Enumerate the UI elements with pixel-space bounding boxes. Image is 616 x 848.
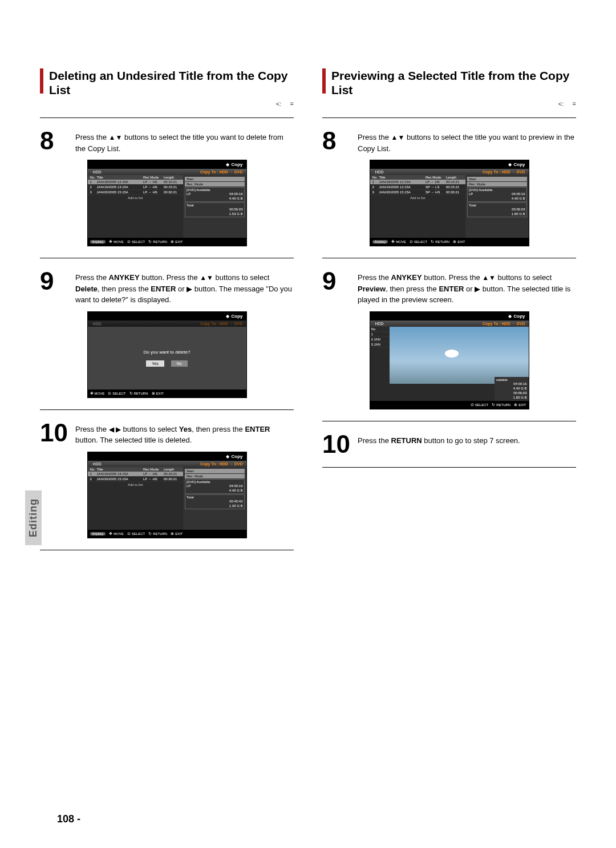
list-row[interactable]: 1 JAN/19/2005 13:15A LP → HS 00:15:21 xyxy=(88,472,183,477)
screen-titlebar: ◆ Copy xyxy=(88,452,246,461)
diamond-icon: ◆ xyxy=(508,314,512,319)
no-button[interactable]: No xyxy=(171,360,188,367)
preview-list: No. 1 2 JAN 3 JAN xyxy=(370,327,390,401)
copy-list-after-screen: ◆ Copy HDD Copy To : HDD → DVD No. Title… xyxy=(87,452,247,538)
col-title: Title xyxy=(378,176,424,179)
right-step-8: 8 Press the ▲▼ buttons to select the tit… xyxy=(322,128,576,154)
list-row[interactable]: 1 JAN/18/2005 12:15A LP → HS 00:10:21 xyxy=(370,180,465,185)
col-no: No. xyxy=(371,176,378,179)
move-icon: ✥ xyxy=(90,391,94,396)
t2: 00:56:03 xyxy=(496,391,527,395)
exit-icon: ⊗ xyxy=(171,240,174,244)
recmode-button[interactable]: Rec. Mode xyxy=(185,182,245,186)
n: 3 xyxy=(371,343,373,346)
list-row[interactable]: 3 JAN/20/2005 15:15A SP → HS 00:30:21 xyxy=(370,190,465,195)
t: , then press the xyxy=(98,285,151,293)
copy-label: Copy xyxy=(232,454,243,459)
col-rec: Rec.Mode xyxy=(424,176,445,179)
right-icon: ▶ xyxy=(475,285,480,293)
select-label: SELECT xyxy=(414,240,427,244)
dvd-avail-box: [DVD] Available LP04:00:16 4.40 G B xyxy=(185,479,245,494)
select-label: SELECT xyxy=(112,392,125,395)
col-len: Length xyxy=(163,468,182,471)
t: buttons to select xyxy=(121,425,179,433)
cell-len: 00:30:21 xyxy=(445,190,464,194)
dialog-message: Do you want to delete? xyxy=(144,350,191,355)
screen-body: No. Title Rec.Mode Length 1 JAN/19/2005 … xyxy=(88,467,246,530)
updown-icon: ▲▼ xyxy=(391,133,405,141)
step-number: 9 xyxy=(40,269,68,294)
lp-row: LP04:00:16 xyxy=(469,192,525,196)
side-panel: Start Rec. Mode [DVD] Available LP04:00:… xyxy=(183,175,246,238)
col-title: Title xyxy=(96,468,142,471)
lp-size-row: 4.40 G B xyxy=(187,196,243,201)
list-row[interactable]: 2 JAN/19/2005 12:15A SP → LS 00:15:21 xyxy=(370,185,465,190)
yes-label: Yes xyxy=(179,425,192,433)
col-no: No. xyxy=(89,176,96,179)
screen-body: No. Title Rec.Mode Length 1 JAN/18/2005 … xyxy=(370,175,529,238)
divider xyxy=(40,117,294,118)
cell-len: 00:10:21 xyxy=(163,180,182,184)
cell-len: 00:10:21 xyxy=(445,180,464,184)
list-row[interactable]: 2 JAN/19/2005 13:15A LP → HS 00:15:21 xyxy=(88,185,183,190)
t: Press the xyxy=(358,133,391,141)
select-hint: ⊙SELECT xyxy=(410,240,427,244)
t: JAN xyxy=(374,343,380,346)
total-size: 1.53 G B xyxy=(229,212,243,216)
screen-header: HDD Copy To : HDD → DVD xyxy=(88,461,246,467)
list-row[interactable]: 3 JAN/20/2005 15:15A LP → HS 00:30:21 xyxy=(88,190,183,195)
step-number: 10 xyxy=(40,420,68,445)
t: Press the xyxy=(75,273,109,282)
exit-label: EXIT xyxy=(175,240,183,244)
exit-label: EXIT xyxy=(457,240,465,244)
recmode-button[interactable]: Rec. Mode xyxy=(467,182,527,186)
row-no: 3 JAN xyxy=(370,342,390,347)
exit-label: EXIT xyxy=(518,403,526,407)
add-to-list[interactable]: Add to list xyxy=(88,482,183,488)
title-list: No. Title Rec.Mode Length 1 JAN/18/2005 … xyxy=(370,175,465,238)
add-to-list[interactable]: Add to list xyxy=(88,195,183,201)
preview-body: No. 1 2 JAN 3 JAN vailable 04:00:16 4.40… xyxy=(370,327,529,401)
screen-titlebar: ◆ Copy xyxy=(370,312,529,320)
recmode-button[interactable]: Rec. Mode xyxy=(185,474,245,478)
select-label: SELECT xyxy=(132,240,145,244)
copy-label: Copy xyxy=(514,162,525,167)
cell-len: 00:15:21 xyxy=(163,185,182,189)
add-to-list[interactable]: Add to list xyxy=(370,195,465,201)
bird-icon xyxy=(445,350,459,358)
hdd-icon: HDD xyxy=(91,322,103,326)
lp-row: LP04:00:16 xyxy=(187,192,243,196)
anykey-pill: Anykey xyxy=(372,240,388,244)
left-heading-row: Deleting an Undesired Title from the Cop… xyxy=(40,68,294,97)
screen-footer: Anykey ✥MOVE ⊙SELECT ↻RETURN ⊗EXIT xyxy=(88,238,246,246)
lp-time: 04:00:16 xyxy=(229,192,242,196)
divider xyxy=(40,550,294,550)
list-row[interactable]: 1 JAN/18/2005 12:15A LP → HS 00:10:21 xyxy=(88,180,183,185)
enter-label: ENTER xyxy=(439,285,464,293)
exit-hint: ⊗EXIT xyxy=(171,240,183,244)
select-hint: ⊙SELECT xyxy=(108,391,125,396)
page-columns: Deleting an Undesired Title from the Cop… xyxy=(40,68,576,561)
lp-label: LP xyxy=(187,192,191,196)
copy-to-label: Copy To : HDD → DVD xyxy=(200,322,243,326)
copy-to-label: Copy To : HDD → DVD xyxy=(200,170,243,174)
move-label: MOVE xyxy=(114,532,124,535)
cell-no: 1 xyxy=(89,180,96,184)
screen-header: HDD Copy To : HDD → DVD xyxy=(370,169,529,175)
lp-row: LP04:00:16 xyxy=(187,484,243,488)
list-row[interactable]: 2 JAN/20/2005 15:15A LP → HS 00:30:21 xyxy=(88,477,183,482)
start-button[interactable]: Start xyxy=(185,469,245,473)
col-no: No. xyxy=(370,327,390,332)
exit-label: EXIT xyxy=(156,392,164,395)
move-label: MOVE xyxy=(114,240,124,244)
start-button[interactable]: Start xyxy=(185,177,245,181)
lp-label: LP xyxy=(187,484,191,488)
preview-label: Preview xyxy=(358,285,386,293)
yes-button[interactable]: Yes xyxy=(146,360,164,367)
col-right: Previewing a Selected Title from the Cop… xyxy=(322,68,576,561)
delete-dialog-screen: ◆ Copy HDD Copy To : HDD → DVD Do you wa… xyxy=(87,311,247,398)
v: 04:00:16 xyxy=(513,382,526,386)
hdd-icon: HDD xyxy=(374,322,386,326)
start-button[interactable]: Start xyxy=(467,177,527,181)
move-hint: ✥MOVE xyxy=(391,240,406,244)
